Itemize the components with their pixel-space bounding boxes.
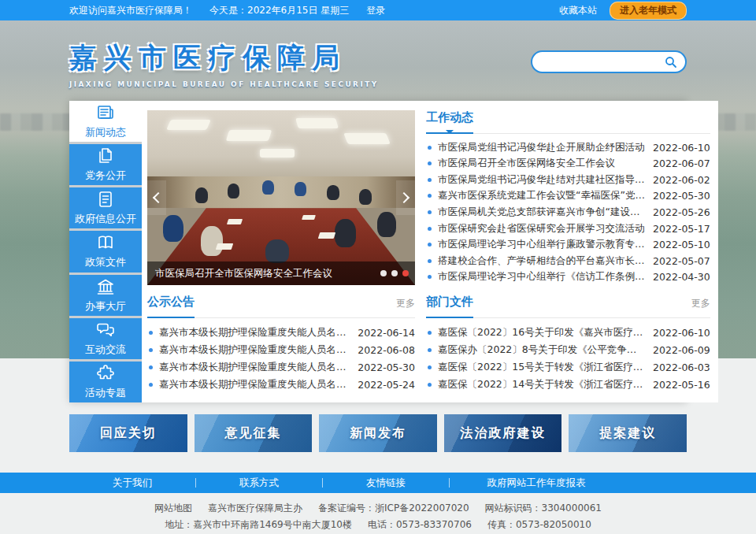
list-item[interactable]: 嘉兴市本级长期护理保险重度失能人员名单公示（2...2022-06-14 <box>147 324 415 341</box>
topbar: 欢迎访问嘉兴市医疗保障局！ 今天是：2022年6月15日 星期三 登录 收藏本站… <box>0 0 756 20</box>
chevron-left-icon <box>153 192 164 203</box>
news-date: 2022-05-30 <box>653 190 710 202</box>
ceiling-light <box>296 118 339 128</box>
login-link[interactable]: 登录 <box>366 4 385 17</box>
sidebar-item-label: 党务公开 <box>85 169 126 183</box>
section-title[interactable]: 工作动态 <box>426 110 473 134</box>
more-link[interactable]: 更多 <box>396 297 415 317</box>
news-link[interactable]: 嘉兴市本级长期护理保险重度失能人员名单公示（2... <box>159 361 350 374</box>
news-link[interactable]: 市医保局党组书记冯俊华赴企开展助企纾困活动 <box>438 141 645 154</box>
quick-link-news-release[interactable]: 新闻发布 <box>319 414 437 452</box>
list-item[interactable]: 市医保局召开全市医保网络安全工作会议2022-06-07 <box>426 156 710 172</box>
news-link[interactable]: 市医保局理论学习中心组举行《信访工作条例》专题... <box>438 270 645 284</box>
news-link[interactable]: 嘉兴市本级长期护理保险重度失能人员名单公示（2... <box>159 326 350 339</box>
sidebar-item-party-affairs[interactable]: 党务公开 <box>69 144 142 185</box>
ceiling-light <box>343 133 391 144</box>
section-dept-docs: 部门文件 更多 嘉医保〔2022〕16号关于印发《嘉兴市医疗保...2022-0… <box>426 295 710 393</box>
list-item[interactable]: 嘉医保〔2022〕14号关于转发《浙江省医疗保...2022-05-16 <box>426 376 710 393</box>
news-link[interactable]: 市医保局理论学习中心组举行廉政警示教育专题学习... <box>438 238 645 251</box>
news-link[interactable]: 市医保局机关党总支部获评嘉兴市争创“建设清廉机... <box>438 206 645 219</box>
list-item[interactable]: 嘉兴市医保系统党建工作会议暨“幸福医保”党建联...2022-05-30 <box>426 188 710 204</box>
more-link[interactable]: 更多 <box>691 297 710 317</box>
section-title[interactable]: 公示公告 <box>147 295 195 318</box>
person-silhouette <box>377 212 396 237</box>
topbar-right: 收藏本站 进入老年模式 <box>559 2 687 20</box>
news-link[interactable]: 嘉医保〔2022〕16号关于印发《嘉兴市医疗保... <box>438 326 645 339</box>
carousel-next-button[interactable] <box>396 180 415 215</box>
news-link[interactable]: 嘉兴市本级长期护理保险重度失能人员名单公示（2... <box>159 378 350 391</box>
sidebar-item-news[interactable]: 新闻动态 <box>69 101 142 142</box>
news-date: 2022-06-14 <box>358 327 415 339</box>
footer-nav-contact[interactable]: 联系方式 <box>196 477 322 490</box>
carousel-caption[interactable]: 市医保局召开全市医保网络安全工作会议 <box>147 261 415 285</box>
sidebar-item-label: 办事大厅 <box>85 299 126 313</box>
news-link[interactable]: 市医保局召开全市医保网络安全工作会议 <box>438 157 645 170</box>
elder-mode-button[interactable]: 进入老年模式 <box>610 2 687 20</box>
puzzle-icon <box>96 364 115 383</box>
sidebar-item-policy-files[interactable]: 政策文件 <box>69 231 142 272</box>
person-silhouette <box>335 219 356 247</box>
list-item[interactable]: 搭建校企合作、产学研相结合的平台嘉兴市长期护理...2022-05-07 <box>426 253 710 269</box>
list-item[interactable]: 市医保局党组书记冯俊华赴企开展助企纾困活动2022-06-10 <box>426 139 710 155</box>
news-link[interactable]: 市医保局党组书记冯俊华赴结对共建社区指导全国文... <box>438 173 645 187</box>
quick-link-proposals[interactable]: 提案建议 <box>569 414 687 452</box>
section-header: 工作动态 <box>426 110 710 134</box>
list-item[interactable]: 市医保研究会赴省医保研究会开展学习交流活动2022-05-17 <box>426 221 710 236</box>
list-item[interactable]: 嘉医保〔2022〕16号关于印发《嘉兴市医疗保...2022-06-10 <box>426 324 710 341</box>
list-item[interactable]: 市医保局党组书记冯俊华赴结对共建社区指导全国文...2022-06-02 <box>426 172 710 187</box>
sidebar-item-service-hall[interactable]: 办事大厅 <box>69 275 142 316</box>
carousel-dot[interactable] <box>391 270 398 276</box>
news-link[interactable]: 嘉医保办〔2022〕8号关于印发《公平竞争审查... <box>438 343 645 357</box>
news-link[interactable]: 搭建校企合作、产学研相结合的平台嘉兴市长期护理... <box>438 254 645 268</box>
fax-text: 传真：0573-82050010 <box>487 519 591 530</box>
news-date: 2022-05-17 <box>653 223 710 235</box>
quick-link-opinion-collection[interactable]: 意见征集 <box>195 414 313 452</box>
news-date: 2022-06-03 <box>653 362 710 373</box>
sidebar-item-gov-info[interactable]: 政府信息公开 <box>69 187 142 228</box>
site-title: 嘉兴市医疗保障局 <box>69 39 379 76</box>
list-item[interactable]: 市医保局理论学习中心组举行《信访工作条例》专题...2022-04-30 <box>426 269 710 285</box>
paper <box>302 215 316 220</box>
favorite-link[interactable]: 收藏本站 <box>559 4 597 17</box>
carousel-photo-wall <box>147 176 415 208</box>
footer-nav-about[interactable]: 关于我们 <box>69 477 195 490</box>
bank-icon <box>96 277 115 296</box>
news-link[interactable]: 嘉兴市本级长期护理保险重度失能人员名单公示（2... <box>159 343 350 357</box>
news-link[interactable]: 市医保研究会赴省医保研究会开展学习交流活动 <box>438 222 645 235</box>
carousel-prev-button[interactable] <box>147 180 166 215</box>
news-date: 2022-05-16 <box>653 379 710 391</box>
section-title[interactable]: 部门文件 <box>426 295 473 318</box>
news-date: 2022-05-07 <box>653 255 710 267</box>
quick-link-respond-concerns[interactable]: 回应关切 <box>69 414 187 452</box>
list-item[interactable]: 嘉兴市本级长期护理保险重度失能人员名单公示（2...2022-05-24 <box>147 376 415 393</box>
dept-docs-list: 嘉医保〔2022〕16号关于印发《嘉兴市医疗保...2022-06-10 嘉医保… <box>426 324 710 393</box>
sidebar-item-special-topics[interactable]: 活动专题 <box>69 362 142 402</box>
quick-link-rule-of-law[interactable]: 法治政府建设 <box>444 414 562 452</box>
sidebar-item-interaction[interactable]: 互动交流 <box>69 318 142 359</box>
search-input[interactable] <box>539 56 664 69</box>
list-item[interactable]: 嘉兴市本级长期护理保险重度失能人员名单公示（2...2022-05-30 <box>147 358 415 376</box>
news-link[interactable]: 嘉医保〔2022〕14号关于转发《浙江省医疗保... <box>438 378 645 391</box>
site-subtitle: JIAXING MUNICIPAL BUREAU OF HEALTHCARE S… <box>69 80 379 88</box>
news-date: 2022-05-26 <box>653 206 710 218</box>
footer-nav-links[interactable]: 友情链接 <box>323 477 449 490</box>
work-news-list: 市医保局党组书记冯俊华赴企开展助企纾困活动2022-06-10 市医保局召开全市… <box>426 139 710 285</box>
carousel-dot-active[interactable] <box>402 270 409 276</box>
list-item[interactable]: 市医保局机关党总支部获评嘉兴市争创“建设清廉机...2022-05-26 <box>426 204 710 220</box>
site-map-link[interactable]: 网站地图 <box>154 502 192 514</box>
quick-link-label: 回应关切 <box>100 425 157 442</box>
footer-nav-annual-report[interactable]: 政府网站工作年度报表 <box>450 477 623 490</box>
news-carousel[interactable]: 市医保局召开全市医保网络安全工作会议 <box>147 110 415 285</box>
carousel-dot[interactable] <box>380 270 387 276</box>
list-item[interactable]: 嘉兴市本级长期护理保险重度失能人员名单公示（2...2022-06-08 <box>147 341 415 358</box>
news-link[interactable]: 嘉医保〔2022〕15号关于转发《浙江省医疗保... <box>438 361 645 374</box>
hero-header: 嘉兴市医疗保障局 JIAXING MUNICIPAL BUREAU OF HEA… <box>0 20 756 88</box>
section-announcements: 公示公告 更多 嘉兴市本级长期护理保险重度失能人员名单公示（2...2022-0… <box>147 295 415 393</box>
list-item[interactable]: 嘉医保〔2022〕15号关于转发《浙江省医疗保...2022-06-03 <box>426 358 710 376</box>
news-date: 2022-05-24 <box>358 379 415 391</box>
list-item[interactable]: 嘉医保办〔2022〕8号关于印发《公平竞争审查...2022-06-09 <box>426 341 710 358</box>
list-item[interactable]: 市医保局理论学习中心组举行廉政警示教育专题学习...2022-05-10 <box>426 237 710 253</box>
search-icon[interactable] <box>664 55 678 69</box>
site-code-text: 网站标识码：3304000061 <box>485 502 602 514</box>
news-link[interactable]: 嘉兴市医保系统党建工作会议暨“幸福医保”党建联... <box>438 189 645 202</box>
